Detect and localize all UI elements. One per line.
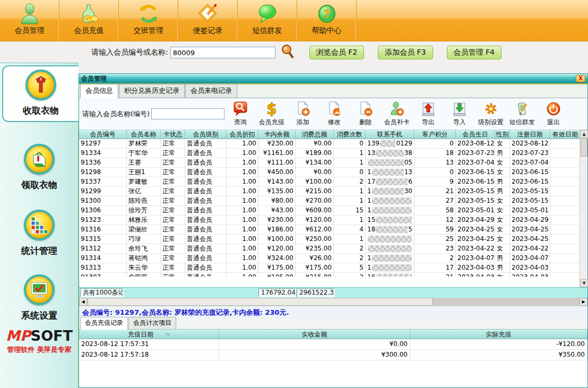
add-button[interactable]: 添加 (287, 100, 318, 128)
cell: 2023-04-22 (510, 244, 550, 253)
column-header[interactable]: 注册日期 (510, 130, 550, 139)
table-row[interactable]: 91337罗建敏正常普通会员1.00¥143.00¥100.0021769202… (79, 177, 581, 187)
table-row[interactable]: 91316梁俪欣正常普通会员1.00¥186.00¥612.0041855920… (79, 225, 581, 235)
recharge-row[interactable]: 2023-08-12 17:57:31¥0.00-¥120.00 (79, 339, 587, 350)
member-manage-button[interactable]: 会员管理 F4 (447, 46, 501, 59)
query-button[interactable]: 查询 (224, 100, 256, 128)
column-header[interactable]: 充值日期▽ (79, 330, 219, 339)
level-settings-button[interactable]: 级别设置 (475, 100, 506, 128)
cell: 18 (414, 149, 456, 158)
vertical-scrollbar[interactable]: ▲ ▼ (580, 130, 587, 287)
cell: 2023-04-25 (456, 225, 495, 234)
cell: ¥105.00 (258, 273, 296, 277)
table-row[interactable]: 91313朱云华正常普通会员1.00¥175.00¥175.0051172023… (79, 263, 581, 273)
cell-phone-masked: 113 (366, 168, 414, 177)
search-input[interactable] (170, 47, 275, 58)
top-item-member-recharge[interactable]: 会员充值 (59, 0, 119, 41)
column-header[interactable]: 实收金额 (219, 330, 410, 339)
table-row[interactable]: 91298王丽1正常普通会员1.00¥450.00¥0.00011302023-… (79, 168, 581, 177)
scroll-right-icon[interactable]: ▶ (580, 298, 587, 306)
table-row[interactable]: 91314蒋铠鸿正常普通会员1.00¥324.00¥26.002122023-0… (79, 254, 581, 263)
reissue-card-button[interactable]: 会员补卡 (381, 100, 412, 128)
sidebar-item-return-clothes[interactable]: 领取衣物 (0, 144, 79, 191)
column-header[interactable]: 性别 (495, 130, 510, 139)
cell: ¥120.00 (296, 215, 334, 225)
scroll-left-icon[interactable]: ◀ (79, 298, 87, 306)
tab-recharge-records[interactable]: 会员充值记录 (80, 317, 128, 330)
table-row[interactable]: 91307俞双双正常普通会员1.00¥105.00¥215.0021621202… (79, 273, 581, 277)
column-header[interactable]: 会员生日 (456, 130, 495, 139)
column-header[interactable]: 客户积分 (414, 130, 456, 139)
sidebar-item-system-settings[interactable]: 系统设置 (0, 274, 79, 322)
table-row[interactable]: 91306徐玲芳正常普通会员1.00¥43.00¥609.00151582023… (79, 206, 581, 215)
top-item-sms-broadcast[interactable]: 短信群发 (238, 0, 297, 41)
delete-button[interactable]: 删除 (350, 100, 381, 128)
column-header[interactable]: 联系手机 (366, 130, 414, 139)
sidebar-item-statistics[interactable]: 统计管理 (0, 210, 79, 257)
window-toolbar: 请输入会员名称(编号) 查询 $ 会员充值 (79, 98, 587, 130)
add-member-button[interactable]: 添加会员 F3 (378, 46, 433, 59)
top-item-shift-manage[interactable]: 交班管理 (119, 0, 178, 41)
top-item-member-manage[interactable]: 会员管理 (0, 0, 59, 41)
top-item-help-center[interactable]: ? 帮助中心 (297, 0, 357, 41)
edit-button[interactable]: 修改 (318, 100, 350, 128)
table-row[interactable]: 91334于军华正常普通会员1.00¥1161.00¥189.001133818… (79, 149, 581, 158)
cell: 2023-07-23 (510, 149, 550, 158)
browse-members-button[interactable]: 浏览会员 F2 (309, 46, 364, 59)
import-down-arrow-icon (452, 101, 468, 117)
column-header[interactable]: 有效日期 (550, 130, 581, 139)
tab-points-history[interactable]: 积分兑换历史记录 (119, 84, 185, 98)
cell: ¥230.00 (258, 215, 296, 225)
sms-bubble-icon (256, 2, 279, 25)
cell (550, 263, 581, 272)
column-header[interactable]: 会员编号 (79, 130, 127, 139)
close-icon[interactable]: X (576, 75, 585, 82)
table-row[interactable]: 91323林雅乐正常普通会员1.00¥230.00¥120.0011512202… (79, 215, 581, 225)
import-button[interactable]: 导入 (444, 100, 475, 128)
search-magnifier-icon[interactable] (281, 44, 295, 61)
table-row[interactable]: 91336王赛正常普通会员1.00¥111.00¥134.00105132023… (79, 158, 581, 168)
sidebar-item-receive-clothes[interactable]: 收取衣物 (2, 65, 79, 122)
cell: ¥175.00 (296, 263, 334, 272)
column-header[interactable]: 消费总额 (296, 130, 334, 139)
vertical-scroll-thumb[interactable] (581, 139, 587, 157)
export-button[interactable]: 导出 (412, 100, 444, 128)
table-row[interactable]: 91300陈玲燕正常普通会员1.00¥80.00¥270.0011272023-… (79, 196, 581, 206)
top-item-label: 帮助中心 (312, 26, 342, 36)
column-header[interactable]: 卡内余额 (258, 130, 296, 139)
member-recharge-button[interactable]: $ 会员充值 (256, 100, 287, 128)
cell: 2 (334, 177, 366, 186)
tab-member-info[interactable]: 会员信息 (80, 84, 118, 98)
horizontal-scrollbar[interactable]: ◀ ▶ (79, 298, 587, 306)
column-header[interactable]: 会员折扣 (227, 130, 258, 139)
table-row[interactable]: 91315巧珍正常普通会员1.00¥100.00¥250.001252023-0… (79, 235, 581, 244)
table-row[interactable]: 91299张亿正常普通会员1.00¥135.00¥215.00113021202… (79, 187, 581, 196)
column-header[interactable]: 卡状态 (161, 130, 185, 139)
cell (550, 206, 581, 215)
sms-group-button[interactable]: 短信群发 (506, 100, 538, 128)
top-item-note-log[interactable]: 便签记录 (178, 0, 238, 41)
column-header[interactable]: 会员名称 (127, 130, 161, 139)
scroll-down-icon[interactable]: ▼ (580, 279, 588, 287)
scroll-up-icon[interactable]: ▲ (580, 130, 588, 138)
member-name-filter-input[interactable] (151, 108, 224, 119)
column-header[interactable]: 消费次数 (334, 130, 366, 139)
tab-call-records[interactable]: 会员来电记录 (185, 84, 237, 98)
column-header[interactable]: 会员级别 (185, 130, 227, 139)
table-row[interactable]: 91312余玲飞正常普通会员1.00¥120.00¥235.002232023-… (79, 244, 581, 254)
recharge-row[interactable]: 2023-08-12 17:57:18¥300.00¥350.00 (79, 350, 587, 360)
bag-icon (24, 144, 55, 175)
cell: 正常 (161, 273, 185, 277)
cell: 91323 (79, 215, 127, 225)
column-header[interactable]: 实际充值 (410, 330, 587, 339)
cell: 正常 (161, 187, 185, 196)
tab-count-items[interactable]: 会员计次项目 (128, 317, 176, 329)
monitor-check-icon (24, 274, 55, 305)
horizontal-scroll-thumb[interactable] (88, 298, 433, 306)
cell: 2023-05-15 (510, 196, 550, 205)
cell: 2023-08-12 17:57:31 (79, 339, 219, 349)
note-pencil-icon (196, 2, 220, 25)
cell: ¥135.00 (258, 187, 296, 196)
table-row[interactable]: 91297罗林荣正常普通会员1.00¥230.00¥0.000139012902… (79, 139, 581, 149)
exit-button[interactable]: 退出 (538, 100, 569, 128)
